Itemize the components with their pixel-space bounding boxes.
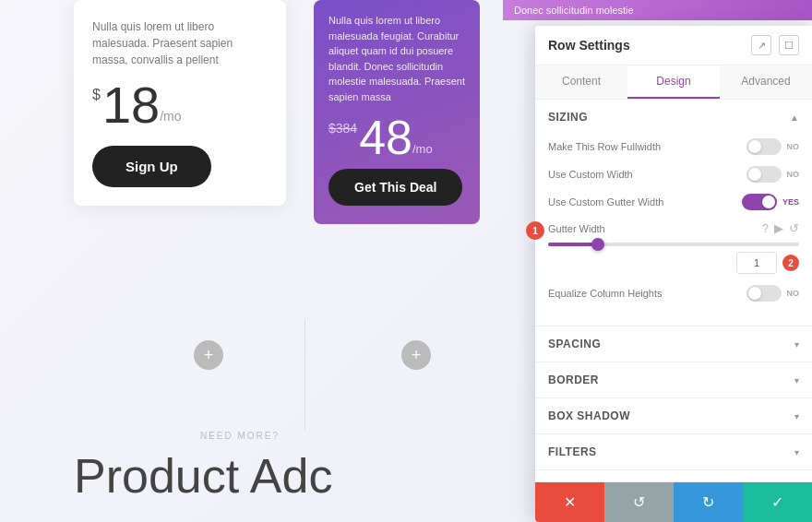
custom-gutter-toggle-text: YES bbox=[782, 197, 799, 207]
tab-design[interactable]: Design bbox=[627, 65, 720, 99]
left-price-display: $ 18 /mo bbox=[92, 79, 268, 131]
left-period: /mo bbox=[160, 109, 181, 124]
left-price: 18 bbox=[102, 79, 160, 131]
undo-button[interactable]: ↺ bbox=[604, 482, 674, 522]
equalize-heights-row: Equalize Column Heights NO bbox=[548, 285, 799, 302]
bottom-section: NEED MORE? Product Adc bbox=[0, 412, 480, 522]
border-chevron-icon: ▾ bbox=[794, 375, 799, 386]
get-deal-button[interactable]: Get This Deal bbox=[328, 169, 462, 206]
right-price-display: $384 48 /mo bbox=[328, 113, 465, 161]
gutter-reset-icon[interactable]: ↺ bbox=[789, 221, 799, 235]
right-old-price: 384 bbox=[336, 121, 357, 136]
equalize-heights-toggle[interactable] bbox=[746, 285, 782, 302]
add-column-left[interactable]: + bbox=[194, 340, 223, 370]
tab-content[interactable]: Content bbox=[535, 65, 627, 99]
custom-gutter-label: Use Custom Gutter Width bbox=[548, 196, 663, 208]
box-shadow-section-title: Box Shadow bbox=[548, 409, 630, 422]
equalize-heights-label: Equalize Column Heights bbox=[548, 288, 663, 299]
panel-header: Row Settings ↗ ☐ bbox=[535, 26, 812, 65]
custom-gutter-row: Use Custom Gutter Width YES bbox=[548, 194, 799, 210]
add-column-right[interactable]: + bbox=[401, 340, 431, 370]
equalize-heights-toggle-text: NO bbox=[787, 289, 800, 298]
gutter-width-icons: ? ▶ ↺ bbox=[762, 221, 799, 235]
panel-header-icons: ↗ ☐ bbox=[751, 35, 799, 55]
spacing-section: Spacing ▾ bbox=[535, 326, 812, 362]
custom-width-label: Use Custom Width bbox=[548, 169, 633, 180]
filters-section-header[interactable]: Filters ▾ bbox=[535, 434, 812, 469]
tab-advanced[interactable]: Advanced bbox=[720, 65, 812, 99]
gutter-slider-input[interactable] bbox=[736, 252, 777, 274]
spacing-section-title: Spacing bbox=[548, 338, 601, 350]
border-section: Border ▾ bbox=[535, 362, 812, 398]
spacing-chevron-icon: ▾ bbox=[794, 339, 799, 350]
right-period: /mo bbox=[412, 142, 433, 156]
custom-width-toggle[interactable] bbox=[746, 166, 782, 183]
sizing-chevron-icon: ▲ bbox=[790, 113, 799, 123]
pricing-card-right: Nulla quis lorem ut libero malesuada feu… bbox=[314, 0, 480, 224]
equalize-heights-toggle-wrapper: NO bbox=[746, 285, 800, 302]
equalize-heights-toggle-knob bbox=[748, 287, 761, 300]
gutter-slider-fill bbox=[548, 243, 598, 246]
fullwidth-row: Make This Row Fullwidth NO bbox=[548, 138, 799, 155]
custom-width-row: Use Custom Width NO bbox=[548, 166, 799, 183]
sizing-section-body: Make This Row Fullwidth NO Use Custom Wi… bbox=[535, 135, 812, 326]
panel-tabs: Content Design Advanced bbox=[535, 65, 812, 100]
filters-chevron-icon: ▾ bbox=[794, 447, 799, 457]
right-price: 48 bbox=[359, 113, 412, 161]
panel-body: Sizing ▲ Make This Row Fullwidth NO bbox=[535, 100, 812, 481]
custom-width-toggle-text: NO bbox=[787, 170, 800, 179]
panel-title: Row Settings bbox=[548, 38, 630, 53]
left-card-description: Nulla quis lorem ut libero malesuada. Pr… bbox=[92, 18, 268, 68]
gutter-width-row: Gutter Width ? ▶ ↺ bbox=[548, 221, 799, 235]
left-currency: $ bbox=[92, 87, 101, 103]
fullwidth-toggle[interactable] bbox=[746, 138, 782, 155]
border-section-title: Border bbox=[548, 374, 599, 386]
custom-gutter-toggle[interactable] bbox=[742, 194, 777, 210]
custom-gutter-toggle-knob bbox=[762, 196, 775, 208]
gutter-width-label: Gutter Width bbox=[548, 223, 605, 234]
panel-icon-external[interactable]: ↗ bbox=[751, 35, 771, 55]
custom-gutter-toggle-wrapper: YES bbox=[742, 194, 799, 210]
need-more-label: NEED MORE? bbox=[74, 431, 406, 441]
filters-section-title: Filters bbox=[548, 445, 597, 458]
save-button[interactable]: ✓ bbox=[743, 482, 812, 522]
right-card-description: Nulla quis lorem ut libero malesuada feu… bbox=[328, 13, 465, 104]
sizing-section-header[interactable]: Sizing ▲ bbox=[535, 100, 812, 135]
sizing-section-title: Sizing bbox=[548, 111, 588, 124]
right-currency-old: $384 bbox=[328, 121, 357, 136]
filters-section: Filters ▾ bbox=[535, 434, 812, 470]
box-shadow-section-header[interactable]: Box Shadow ▾ bbox=[535, 398, 812, 433]
fullwidth-toggle-text: NO bbox=[787, 142, 800, 151]
badge-one: 1 bbox=[526, 221, 544, 240]
gutter-slider-container: 2 bbox=[548, 243, 799, 274]
panel-icon-close[interactable]: ☐ bbox=[779, 35, 799, 55]
product-title: Product Adc bbox=[74, 448, 406, 504]
fullwidth-toggle-wrapper: NO bbox=[746, 138, 800, 155]
custom-width-toggle-knob bbox=[748, 168, 761, 181]
badge-two: 2 bbox=[782, 255, 799, 271]
gutter-help-icon[interactable]: ? bbox=[762, 221, 769, 235]
spacing-section-header[interactable]: Spacing ▾ bbox=[535, 326, 812, 362]
box-shadow-section: Box Shadow ▾ bbox=[535, 398, 812, 434]
pricing-card-left: Nulla quis lorem ut libero malesuada. Pr… bbox=[74, 0, 286, 206]
gutter-arrow-icon[interactable]: ▶ bbox=[774, 221, 783, 235]
custom-width-toggle-wrapper: NO bbox=[746, 166, 800, 183]
gutter-slider-value-row: 2 bbox=[548, 252, 799, 274]
panel-footer: ✕ ↺ ↻ ✓ bbox=[535, 481, 812, 522]
row-settings-panel: Row Settings ↗ ☐ Content Design Advanced… bbox=[535, 26, 812, 522]
purple-header-text: Donec sollicitudin molestie bbox=[514, 5, 634, 16]
redo-button[interactable]: ↻ bbox=[674, 482, 743, 522]
box-shadow-chevron-icon: ▾ bbox=[794, 411, 799, 421]
gutter-slider-thumb[interactable] bbox=[591, 238, 604, 251]
fullwidth-label: Make This Row Fullwidth bbox=[548, 141, 661, 152]
gutter-slider-track[interactable] bbox=[548, 243, 799, 246]
border-section-header[interactable]: Border ▾ bbox=[535, 362, 812, 397]
sizing-section: Sizing ▲ Make This Row Fullwidth NO bbox=[535, 100, 812, 326]
cancel-button[interactable]: ✕ bbox=[535, 482, 604, 522]
fullwidth-toggle-knob bbox=[748, 140, 761, 153]
sign-up-button[interactable]: Sign Up bbox=[92, 146, 211, 187]
purple-header-bar: Donec sollicitudin molestie bbox=[503, 0, 812, 20]
